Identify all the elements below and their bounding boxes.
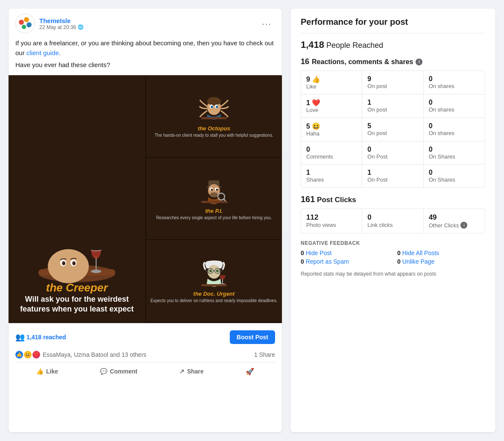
people-reached-section: 1,418 People Reached	[301, 39, 485, 50]
action-bar: 👍 Like 💬 Comment ↗ Share 🚀	[15, 362, 275, 381]
svg-point-13	[73, 263, 75, 265]
stat-haha-total: 5 😆 Haha	[301, 118, 362, 141]
reach-link[interactable]: 1,418 reached	[26, 334, 66, 341]
reactions-label: Reactions, comments & shares	[312, 58, 413, 66]
svg-point-33	[211, 189, 213, 191]
click-photo-views: 112 Photo views	[301, 209, 362, 233]
reactions-bar: 👍 😆 ❤️ EssaMaya, Uzma Batool and 13 othe…	[15, 347, 275, 362]
post-meta: ThemeIsle 22 May at 20:36 🌐	[39, 17, 254, 30]
stat-comments: 0 Comments	[301, 141, 362, 165]
stat-haha-on-post: 5 On post	[362, 118, 423, 141]
post-card: ThemeIsle 22 May at 20:36 🌐 ··· If you a…	[9, 9, 282, 432]
haha-badge: 😆	[24, 351, 32, 359]
page-container: ThemeIsle 22 May at 20:36 🌐 ··· If you a…	[9, 9, 495, 432]
main-image: the Creeper Will ask you for the weirdes…	[9, 75, 145, 323]
negative-feedback-grid: 0 Hide Post 0 Hide All Posts 0 Report as…	[301, 250, 485, 265]
svg-rect-48	[201, 284, 227, 286]
stat-love-total: 1 ❤️ Love	[301, 94, 362, 118]
stat-shares: 1 Shares	[301, 165, 362, 187]
neg-unlike-page: 0 Unlike Page	[397, 258, 485, 265]
stat-comments-on-shares: 0 On Shares	[424, 141, 485, 165]
comment-action-icon: 💬	[100, 368, 107, 375]
post-clicks-section: 161 Post Clicks 112 Photo views 0 Link c…	[301, 194, 485, 233]
svg-point-19	[91, 270, 101, 273]
stat-comments-on-post: 0 On Post	[362, 141, 423, 165]
other-clicks-info-icon[interactable]: i	[460, 222, 467, 229]
negative-feedback-header: Negative Feedback	[301, 240, 485, 246]
boost-action-button[interactable]: 🚀	[237, 364, 263, 379]
svg-point-35	[218, 193, 225, 200]
svg-rect-16	[67, 268, 70, 274]
svg-point-7	[48, 249, 89, 283]
svg-point-44	[209, 270, 212, 272]
svg-point-12	[63, 263, 65, 265]
svg-rect-14	[56, 269, 59, 274]
stat-like-total: 9 👍 Like	[301, 71, 362, 94]
comment-action-button[interactable]: 💬 Comment	[91, 365, 146, 378]
reactions-info-icon[interactable]: i	[416, 59, 422, 65]
post-time: 22 May at 20:36 🌐	[39, 24, 254, 30]
svg-point-30	[210, 192, 218, 197]
share-action-label: Share	[187, 368, 204, 375]
more-options-button[interactable]: ···	[258, 17, 275, 30]
svg-point-3	[26, 22, 32, 27]
post-header: ThemeIsle 22 May at 20:36 🌐 ···	[9, 9, 282, 38]
reactions-section: 16 Reactions, comments & shares i 9 👍 Li…	[301, 57, 485, 188]
stat-like-label: Like	[306, 83, 357, 90]
like-action-icon: 👍	[36, 368, 44, 375]
neg-hide-post: 0 Hide Post	[301, 250, 389, 256]
avatar	[15, 14, 35, 33]
post-clicks-num: 161	[301, 194, 315, 204]
main-image-text: the Creeper Will ask you for the weirdes…	[9, 281, 145, 315]
globe-icon: 🌐	[78, 24, 84, 30]
comment-action-label: Comment	[110, 368, 138, 375]
side-doc: the Doc. Urgent Expects you to deliver o…	[145, 240, 282, 323]
boost-post-button[interactable]: Boost Post	[230, 330, 275, 344]
svg-point-34	[216, 189, 218, 191]
post-text: If you are a freelancer, or you are thin…	[9, 38, 282, 75]
svg-point-2	[24, 17, 29, 22]
stat-shares-on-shares: 0 On Shares	[424, 165, 485, 187]
svg-point-4	[22, 25, 26, 29]
reach-people: 👥 1,418 reached	[15, 332, 66, 342]
svg-point-1	[19, 20, 24, 25]
side-pi: the P.I. Researches every single aspect …	[145, 158, 282, 240]
svg-point-25	[216, 106, 218, 108]
share-action-icon: ↗	[179, 368, 185, 375]
svg-point-38	[208, 265, 220, 279]
stat-like-total-num: 9	[306, 76, 310, 83]
shares-text: 1 Share	[254, 351, 275, 358]
like-action-label: Like	[46, 368, 58, 375]
reactions-count: 16	[301, 57, 309, 66]
people-reached-count: 1,418	[301, 39, 324, 50]
stat-shares-on-post: 1 On Post	[362, 165, 423, 187]
post-image: the Creeper Will ask you for the weirdes…	[9, 75, 282, 323]
boost-action-icon: 🚀	[246, 368, 254, 376]
reach-bar: 👥 1,418 reached Boost Post	[15, 327, 275, 347]
reactions-header: 16 Reactions, comments & shares i	[301, 57, 485, 66]
client-guide-link[interactable]: client guide	[26, 49, 59, 56]
stat-haha-on-shares: 0 On shares	[424, 118, 485, 141]
click-link-clicks: 0 Link clicks	[362, 209, 423, 233]
like-action-button[interactable]: 👍 Like	[28, 365, 67, 378]
like-badge: 👍	[15, 351, 23, 359]
svg-point-21	[207, 97, 221, 106]
stat-like-on-shares: 0 On shares	[424, 71, 485, 94]
svg-rect-26	[201, 117, 227, 119]
performance-title: Performance for your post	[301, 17, 485, 33]
like-icon: 👍	[312, 75, 320, 83]
stats-grid: 9 👍 Like 9 On post 0 On shares 1	[301, 71, 485, 188]
neg-report-spam: 0 Report as Spam	[301, 258, 389, 265]
click-other-clicks: 49 Other Clicks i	[424, 209, 485, 233]
clicks-grid: 112 Photo views 0 Link clicks 49 Other C…	[301, 209, 485, 233]
svg-point-45	[216, 270, 219, 272]
share-action-button[interactable]: ↗ Share	[171, 365, 212, 378]
svg-rect-15	[61, 268, 64, 274]
performance-panel: Performance for your post 1,418 People R…	[290, 9, 495, 432]
negative-feedback-section: Negative Feedback 0 Hide Post 0 Hide All…	[301, 240, 485, 277]
people-reached-label: People Reached	[326, 41, 383, 50]
delayed-note: Reported stats may be delayed from what …	[301, 271, 485, 277]
svg-rect-37	[201, 201, 227, 203]
post-clicks-header: 161 Post Clicks	[301, 194, 485, 204]
page-name[interactable]: ThemeIsle	[39, 17, 254, 24]
